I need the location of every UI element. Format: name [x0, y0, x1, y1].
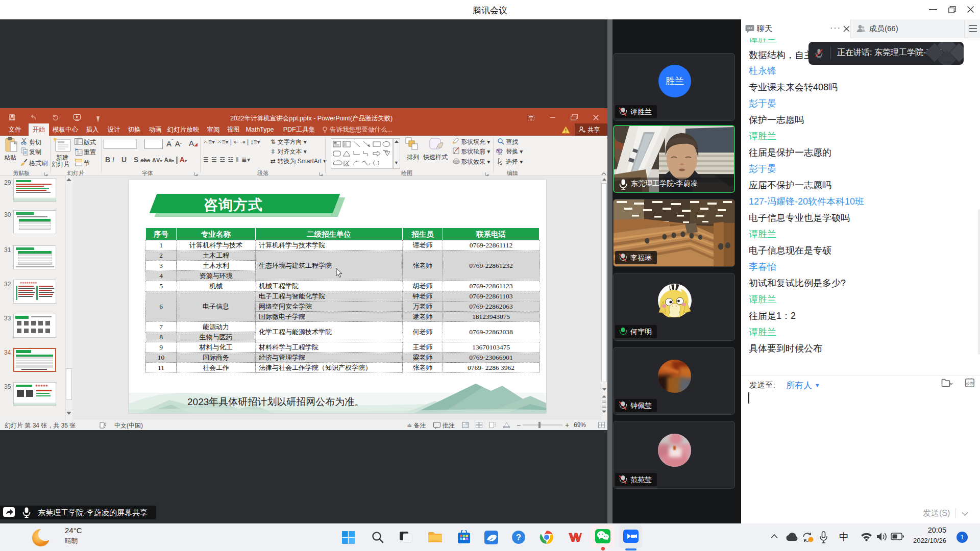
- svg-text:?: ?: [516, 533, 521, 542]
- svg-text:公告: 公告: [966, 381, 974, 386]
